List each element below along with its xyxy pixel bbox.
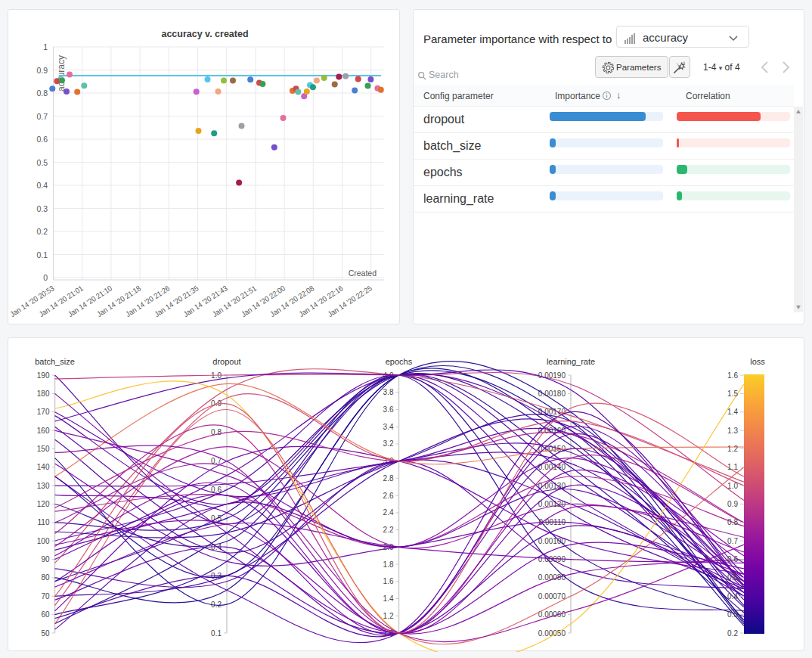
- svg-text:1.6: 1.6: [383, 577, 394, 585]
- svg-text:1.4: 1.4: [727, 408, 738, 416]
- svg-text:0.2: 0.2: [36, 227, 48, 236]
- svg-text:3.8: 3.8: [383, 388, 394, 396]
- svg-text:0.8: 0.8: [36, 88, 48, 98]
- svg-text:Created: Created: [349, 268, 377, 278]
- svg-text:epochs: epochs: [386, 357, 413, 366]
- svg-text:0.7: 0.7: [727, 537, 738, 545]
- svg-text:80: 80: [41, 573, 50, 582]
- svg-text:160: 160: [37, 427, 50, 435]
- svg-text:accuracy: accuracy: [56, 55, 67, 92]
- svg-text:0.00060: 0.00060: [538, 610, 566, 619]
- svg-text:3.2: 3.2: [383, 439, 394, 448]
- svg-text:0.00070: 0.00070: [538, 592, 566, 601]
- svg-text:110: 110: [38, 518, 50, 526]
- svg-text:100: 100: [37, 537, 50, 545]
- svg-text:170: 170: [37, 408, 50, 416]
- svg-text:0.7: 0.7: [36, 112, 48, 121]
- svg-text:loss: loss: [750, 357, 765, 366]
- svg-text:0.6: 0.6: [727, 555, 738, 563]
- svg-text:130: 130: [37, 482, 50, 490]
- svg-text:50: 50: [41, 629, 50, 638]
- svg-text:1.2: 1.2: [727, 445, 738, 453]
- svg-text:60: 60: [41, 610, 50, 619]
- svg-text:1.6: 1.6: [727, 371, 738, 380]
- svg-text:0.6: 0.6: [36, 135, 48, 144]
- svg-text:140: 140: [37, 463, 50, 471]
- svg-text:0.9: 0.9: [727, 500, 738, 508]
- svg-text:dropout: dropout: [212, 357, 240, 366]
- svg-text:1.3: 1.3: [727, 427, 738, 435]
- svg-text:2.2: 2.2: [383, 526, 394, 534]
- svg-text:batch_size: batch_size: [35, 357, 75, 366]
- svg-text:0.9: 0.9: [36, 66, 48, 75]
- svg-text:1.1: 1.1: [727, 463, 738, 471]
- svg-text:3.6: 3.6: [383, 405, 394, 414]
- svg-text:2.4: 2.4: [383, 508, 394, 517]
- svg-text:0.00080: 0.00080: [538, 573, 566, 582]
- svg-text:0.8: 0.8: [727, 518, 738, 526]
- svg-text:0.3: 0.3: [36, 204, 48, 213]
- svg-text:0.4: 0.4: [727, 592, 738, 601]
- svg-text:0.00180: 0.00180: [538, 390, 566, 398]
- svg-text:2.6: 2.6: [383, 492, 394, 500]
- svg-text:190: 190: [37, 371, 50, 380]
- svg-text:0.4: 0.4: [36, 181, 48, 190]
- svg-text:0.1: 0.1: [211, 629, 222, 638]
- svg-text:120: 120: [37, 500, 50, 508]
- svg-text:0: 0: [43, 273, 48, 282]
- svg-text:0.5: 0.5: [36, 158, 48, 167]
- svg-text:90: 90: [41, 555, 50, 563]
- svg-text:0.2: 0.2: [727, 629, 738, 638]
- svg-text:0.2: 0.2: [211, 601, 222, 609]
- svg-text:0.5: 0.5: [727, 573, 738, 582]
- svg-text:3.4: 3.4: [383, 423, 394, 431]
- svg-text:1.8: 1.8: [383, 560, 394, 569]
- svg-text:2.8: 2.8: [383, 474, 394, 483]
- svg-text:1.2: 1.2: [383, 612, 394, 620]
- svg-text:accuracy v. created: accuracy v. created: [161, 29, 248, 39]
- svg-text:0.00190: 0.00190: [538, 371, 566, 380]
- svg-text:1.0: 1.0: [727, 482, 738, 490]
- svg-text:1.4: 1.4: [383, 594, 394, 603]
- svg-text:70: 70: [41, 592, 50, 601]
- svg-text:180: 180: [37, 390, 50, 398]
- svg-text:0.3: 0.3: [727, 610, 738, 619]
- svg-text:0.1: 0.1: [36, 250, 48, 259]
- svg-text:1: 1: [43, 42, 48, 51]
- svg-text:150: 150: [37, 445, 50, 453]
- svg-text:learning_rate: learning_rate: [547, 357, 595, 366]
- svg-text:1.5: 1.5: [727, 390, 738, 398]
